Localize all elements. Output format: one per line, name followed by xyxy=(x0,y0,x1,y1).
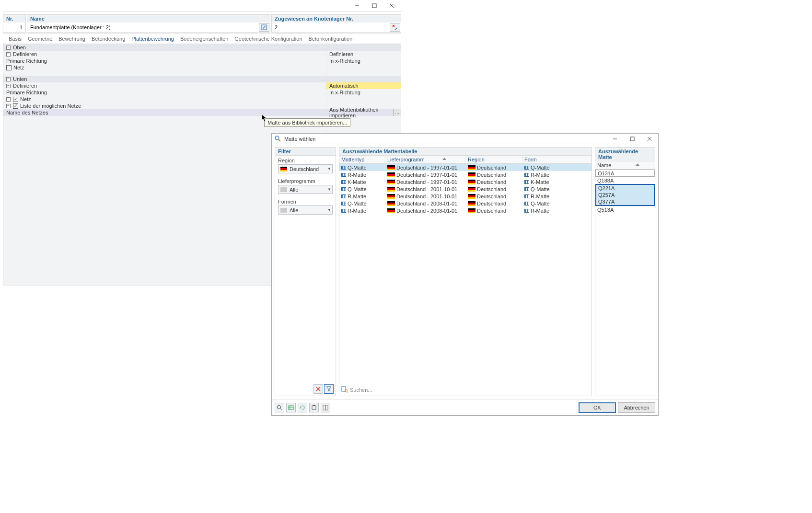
th-name[interactable]: Name xyxy=(597,162,611,168)
svg-rect-19 xyxy=(312,406,316,410)
table-row[interactable]: Q-MatteDeutschland - 2001-10-01Deutschla… xyxy=(339,185,592,193)
filter-formen-combo[interactable]: Alle ▼ xyxy=(278,205,333,215)
name-input[interactable] xyxy=(27,23,259,32)
filter-region-value: Deutschland xyxy=(290,166,319,172)
import-browse-button[interactable]: … xyxy=(393,109,401,116)
val-auto[interactable]: Automatisch xyxy=(329,83,359,89)
filter-apply-button[interactable] xyxy=(324,384,334,394)
th-form[interactable]: Form xyxy=(522,156,592,163)
svg-rect-21 xyxy=(323,405,325,410)
matte-icon xyxy=(341,209,346,213)
svg-point-5 xyxy=(275,136,279,140)
th-lieferprogramm[interactable]: Lieferprogramm xyxy=(385,156,466,163)
filter-liefer-label: Lieferprogramm xyxy=(275,176,336,184)
table-row[interactable]: R-MatteDeutschland - 2001-10-01Deutschla… xyxy=(339,193,592,200)
name-selection-group[interactable]: Q221A Q257A Q377A xyxy=(595,184,655,206)
name-row[interactable]: Q188A xyxy=(595,177,655,184)
val-definieren-oben[interactable]: Definieren xyxy=(329,51,353,57)
svg-point-14 xyxy=(278,405,281,409)
cbx-netz-unten[interactable]: ✓ xyxy=(13,97,18,102)
row-prim-unten[interactable]: Primäre Richtung xyxy=(6,90,47,95)
matte-icon xyxy=(341,194,346,198)
ok-button[interactable]: OK xyxy=(579,402,616,413)
chevron-down-icon: ▼ xyxy=(327,187,331,192)
edit-name-button[interactable] xyxy=(259,23,269,32)
tab-betonkonfig[interactable]: Betonkonfiguration xyxy=(309,36,353,42)
table-row[interactable]: Q-MatteDeutschland - 2008-01-01Deutschla… xyxy=(339,200,592,207)
tabs: Basis Geometrie Bewehrung Betondeckung P… xyxy=(3,34,401,44)
filter-formen-value: Alle xyxy=(290,207,298,213)
val-inx-unten[interactable]: In x-Richtung xyxy=(329,90,360,95)
name-row[interactable]: Q513A xyxy=(595,206,655,213)
row-netz-oben[interactable]: Netz xyxy=(13,65,24,70)
foot-tool-1[interactable] xyxy=(275,403,284,412)
svg-rect-16 xyxy=(289,406,293,410)
foot-tool-2[interactable] xyxy=(286,403,296,412)
dlg-maximize-button[interactable] xyxy=(624,134,641,144)
chevron-down-icon: ▼ xyxy=(327,208,331,212)
nr-label: Nr. xyxy=(3,15,25,23)
flag-de-icon xyxy=(387,201,395,206)
placeholder-icon xyxy=(280,187,287,192)
row-definieren[interactable]: Definieren xyxy=(13,51,37,57)
th-region[interactable]: Region xyxy=(466,156,522,163)
flag-de-icon xyxy=(280,167,287,171)
close-button[interactable] xyxy=(383,0,400,11)
matte-icon xyxy=(524,209,529,213)
tab-bewehrung[interactable]: Bewehrung xyxy=(58,36,85,42)
minimize-button[interactable] xyxy=(348,0,366,11)
matte-icon xyxy=(341,166,346,170)
val-inx-oben[interactable]: In x-Richtung xyxy=(329,58,360,64)
foot-tool-3[interactable] xyxy=(298,403,307,412)
row-liste[interactable]: Liste der möglichen Netze xyxy=(20,103,81,109)
expand-liste[interactable]: − xyxy=(6,104,11,108)
svg-rect-1 xyxy=(372,4,376,8)
assigned-input[interactable] xyxy=(272,23,390,32)
matte-icon xyxy=(524,202,529,205)
val-import[interactable]: Aus Mattenbibliothek importieren xyxy=(329,107,398,118)
tab-plattenbewehrung[interactable]: Plattenbewehrung xyxy=(131,36,174,42)
nr-value: 1 xyxy=(20,24,23,30)
flag-de-icon xyxy=(468,187,476,192)
dialog-title: Matte wählen xyxy=(284,136,606,142)
filter-header: Filter xyxy=(275,148,336,156)
filter-liefer-combo[interactable]: Alle ▼ xyxy=(278,185,333,194)
expand-oben-def[interactable]: − xyxy=(6,52,11,57)
filter-formen-label: Formen xyxy=(275,197,336,205)
cbx-netz-oben[interactable] xyxy=(6,65,12,70)
row-prim-oben[interactable]: Primäre Richtung xyxy=(6,58,47,64)
cbx-liste[interactable]: ✓ xyxy=(13,103,18,109)
row-netz-unten[interactable]: Netz xyxy=(20,96,31,102)
expand-netz-unten[interactable]: − xyxy=(6,97,11,102)
th-mattentyp[interactable]: Mattentyp xyxy=(339,156,385,163)
foot-tool-5[interactable] xyxy=(321,403,330,412)
foot-tool-4[interactable] xyxy=(309,403,319,412)
tab-betondeckung[interactable]: Betondeckung xyxy=(92,36,125,42)
table-row[interactable]: Q-MatteDeutschland - 1997-01-01Deutschla… xyxy=(339,164,592,171)
expand-unten-def[interactable]: − xyxy=(6,84,11,88)
tab-basis[interactable]: Basis xyxy=(9,36,22,42)
expand-oben[interactable]: − xyxy=(6,46,11,50)
name-row[interactable]: Q131A xyxy=(595,170,655,177)
assign-pick-button[interactable] xyxy=(390,23,400,32)
expand-unten[interactable]: − xyxy=(6,77,11,81)
table-row[interactable]: R-MatteDeutschland - 1997-01-01Deutschla… xyxy=(339,171,592,178)
matte-icon xyxy=(524,166,529,170)
table-row[interactable]: R-MatteDeutschland - 2008-01-01Deutschla… xyxy=(339,207,592,214)
tab-geotechnisch[interactable]: Geotechnische Konfiguration xyxy=(234,36,302,42)
filter-region-combo[interactable]: Deutschland ▼ xyxy=(278,164,333,173)
maximize-button[interactable] xyxy=(366,0,383,11)
tab-geometrie[interactable]: Geometrie xyxy=(28,36,52,42)
matte-icon xyxy=(341,180,346,184)
row-name-netz[interactable]: Name des Netzes xyxy=(6,110,48,115)
table-row[interactable]: K-MatteDeutschland - 1997-01-01Deutschla… xyxy=(339,178,592,185)
filter-clear-button[interactable] xyxy=(313,384,323,394)
section-oben: Oben xyxy=(13,45,26,50)
svg-rect-8 xyxy=(630,137,634,141)
dlg-close-button[interactable] xyxy=(641,134,658,144)
tab-bodeneigenschaften[interactable]: Bodeneigenschaften xyxy=(180,36,228,42)
search-input[interactable]: Suchen... xyxy=(350,387,372,393)
dlg-minimize-button[interactable] xyxy=(606,134,624,144)
cancel-button[interactable]: Abbrechen xyxy=(618,402,655,413)
row-definieren-u[interactable]: Definieren xyxy=(13,83,37,89)
